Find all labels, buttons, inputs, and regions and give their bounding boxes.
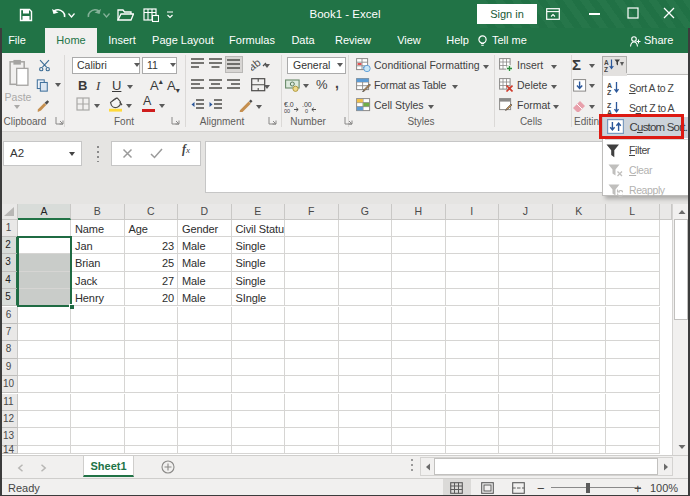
svg-text:00: 00 <box>284 108 290 113</box>
svg-text:ab: ab <box>251 57 263 71</box>
svg-text:Z: Z <box>607 89 612 96</box>
svg-text:A: A <box>604 59 609 66</box>
svg-text:.00: .00 <box>302 101 312 108</box>
svg-text:A: A <box>607 82 612 89</box>
svg-text:Z: Z <box>604 66 608 73</box>
svg-text:0: 0 <box>305 108 308 113</box>
svg-text:Z: Z <box>607 102 612 109</box>
svg-text:€.0: €.0 <box>284 101 294 108</box>
